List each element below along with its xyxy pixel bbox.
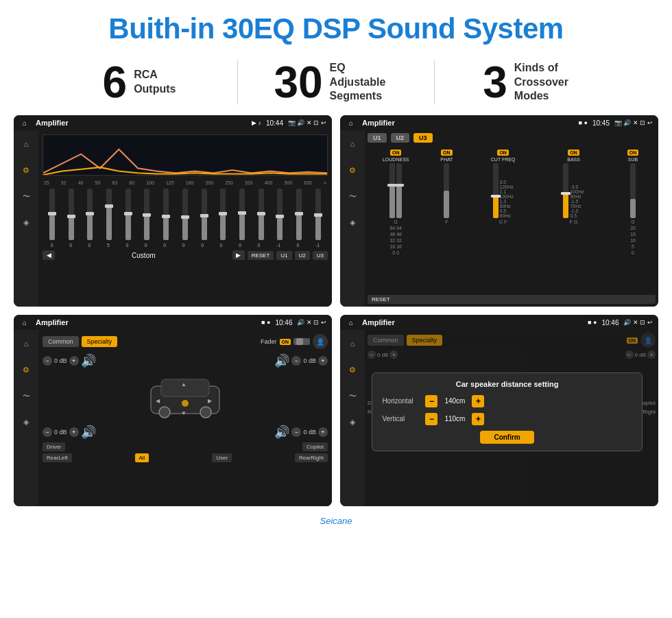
sidebar-wave-3[interactable]: 〜	[18, 388, 34, 404]
eq-val-0: 0	[51, 243, 53, 248]
left-sidebar-1: ⌂ ⚙ 〜 ◈	[14, 130, 38, 307]
status-bar-3: ⌂ Amplifier ■ ● 10:46 🔊 ✕ ⊡ ↩	[14, 315, 332, 330]
fr-minus-btn[interactable]: −	[291, 356, 301, 366]
eq-slider-3[interactable]	[106, 189, 112, 240]
sidebar-eq-3[interactable]: ⚙	[18, 361, 34, 378]
eq-slider-12[interactable]	[277, 189, 283, 240]
vertical-label: Vertical	[382, 415, 420, 423]
specialty-tab[interactable]: Specialty	[82, 336, 118, 347]
sidebar-eq-icon[interactable]: ⚙	[18, 162, 34, 178]
rl-speaker-icon: 🔊	[81, 425, 96, 440]
vertical-minus-btn[interactable]: −	[425, 413, 437, 425]
app-name-4: Amplifier	[362, 318, 585, 326]
home-icon-1: ⌂	[19, 117, 30, 128]
sidebar-home-4[interactable]: ⌂	[344, 335, 361, 352]
sub-on-badge: ON	[627, 150, 639, 156]
amp-reset-btn[interactable]: RESET	[368, 295, 656, 304]
eq-val-11: 0	[257, 243, 260, 248]
horizontal-minus-btn[interactable]: −	[425, 395, 437, 407]
rl-plus-btn[interactable]: +	[69, 427, 79, 437]
eq-slider-0[interactable]	[49, 189, 55, 240]
fl-plus-btn[interactable]: +	[69, 356, 79, 366]
eq-u3-btn[interactable]: U3	[313, 251, 328, 260]
stat-rca-number: 6	[103, 60, 128, 104]
eq-slider-8[interactable]	[202, 189, 207, 240]
eq-slider-14[interactable]	[315, 189, 321, 240]
fader-slider[interactable]	[293, 338, 310, 345]
sidebar-speaker-2[interactable]: ◈	[344, 214, 361, 230]
stats-row: 6 RCAOutputs 30 EQ AdjustableSegments 3 …	[0, 52, 672, 115]
rear-left-control: − 0 dB + 🔊	[43, 425, 96, 440]
eq-slider-1[interactable]	[69, 189, 74, 240]
sidebar-home-2[interactable]: ⌂	[344, 136, 361, 152]
eq-slider-7[interactable]	[182, 189, 188, 240]
specialty-tab-4[interactable]: Specialty	[407, 335, 443, 346]
horizontal-plus-btn[interactable]: +	[472, 395, 484, 407]
profile-icon[interactable]: 👤	[313, 334, 328, 349]
eq-slider-4[interactable]	[125, 189, 131, 240]
eq-slider-13[interactable]	[296, 189, 302, 240]
sidebar-home-icon[interactable]: ⌂	[18, 136, 34, 152]
sidebar-speaker-4[interactable]: ◈	[344, 414, 361, 430]
eq-slider-11[interactable]	[259, 189, 264, 240]
rl-minus-btn[interactable]: −	[43, 427, 52, 437]
fl-minus-btn[interactable]: −	[43, 356, 52, 366]
rr-plus-btn[interactable]: +	[318, 427, 328, 437]
eq-u2-btn[interactable]: U2	[295, 251, 310, 260]
fr-plus-btn[interactable]: +	[318, 356, 328, 366]
eq-next-btn[interactable]: ▶	[232, 250, 245, 260]
sidebar-wave-icon[interactable]: 〜	[18, 188, 34, 204]
amp-u3-btn[interactable]: U3	[413, 133, 433, 143]
sidebar-home-3[interactable]: ⌂	[18, 335, 34, 352]
common-tab[interactable]: Common	[43, 336, 79, 347]
phat-on-badge: ON	[441, 150, 453, 156]
common-tab-4[interactable]: Common	[368, 335, 404, 346]
user-label[interactable]: User	[212, 453, 232, 462]
page-header: Buith-in 30EQ DSP Sound System	[0, 0, 672, 52]
home-icon-3: ⌂	[19, 317, 30, 328]
sidebar-eq-2[interactable]: ⚙	[344, 162, 361, 178]
profile-icon-4: 👤	[640, 333, 656, 348]
status-icons-2: ■ ● 10:45 📷 🔊 ✕ ⊡ ↩	[579, 119, 653, 127]
stat-eq-number: 30	[274, 60, 322, 104]
phat-f: F	[445, 219, 448, 224]
eq-slider-9[interactable]	[220, 189, 226, 240]
amp-u1-btn[interactable]: U1	[368, 133, 387, 143]
speaker-layout: − 0 dB + 🔊 🔊 − 0 dB +	[43, 353, 328, 440]
eq-reset-btn[interactable]: RESET	[248, 251, 274, 260]
stat-eq: 30 EQ AdjustableSegments	[237, 60, 434, 104]
screen-eq: ⌂ Amplifier ▶ ♪ 10:44 📷 🔊 ✕ ⊡ ↩ ⌂ ⚙ 〜 ◈	[14, 115, 332, 307]
vertical-plus-btn[interactable]: +	[472, 413, 484, 425]
speaker-main-area: Common Specialty Fader ON 👤 −	[38, 330, 332, 506]
left-sidebar-2: ⌂ ⚙ 〜 ◈	[340, 130, 365, 307]
eq-val-7: 0	[182, 243, 185, 248]
app-name-3: Amplifier	[36, 318, 259, 326]
sidebar-speaker-icon[interactable]: ◈	[18, 214, 34, 230]
eq-val-5: 0	[145, 243, 147, 248]
eq-u1-btn[interactable]: U1	[276, 251, 291, 260]
eq-val-9: 0	[220, 243, 223, 248]
rear-left-label[interactable]: RearLeft	[43, 453, 72, 462]
rr-minus-btn[interactable]: −	[291, 427, 301, 437]
eq-slider-6[interactable]	[163, 189, 169, 240]
sidebar-wave-2[interactable]: 〜	[344, 188, 361, 204]
eq-val-4: 0	[125, 243, 128, 248]
driver-label[interactable]: Driver	[43, 442, 65, 451]
eq-slider-2[interactable]	[87, 189, 93, 240]
loudness-label: LOUDNESS	[383, 157, 409, 162]
amp-u2-btn[interactable]: U2	[391, 133, 410, 143]
all-label[interactable]: All	[135, 453, 149, 462]
copilot-label[interactable]: Copilot	[302, 442, 328, 451]
sidebar-speaker-3[interactable]: ◈	[18, 414, 34, 430]
confirm-btn[interactable]: Confirm	[480, 431, 533, 444]
sidebar-wave-4[interactable]: 〜	[344, 388, 361, 404]
eq-slider-5[interactable]	[144, 189, 149, 240]
status-time-2: 10:45	[592, 119, 610, 127]
rear-right-label[interactable]: RearRight	[295, 453, 328, 462]
eq-slider-10[interactable]	[239, 189, 245, 240]
sidebar-eq-4[interactable]: ⚙	[344, 361, 361, 378]
front-left-control: − 0 dB + 🔊	[43, 353, 96, 368]
eq-prev-btn[interactable]: ◀	[43, 250, 55, 260]
cutfreq-on-badge: ON	[497, 150, 509, 156]
eq-chart	[43, 134, 328, 176]
